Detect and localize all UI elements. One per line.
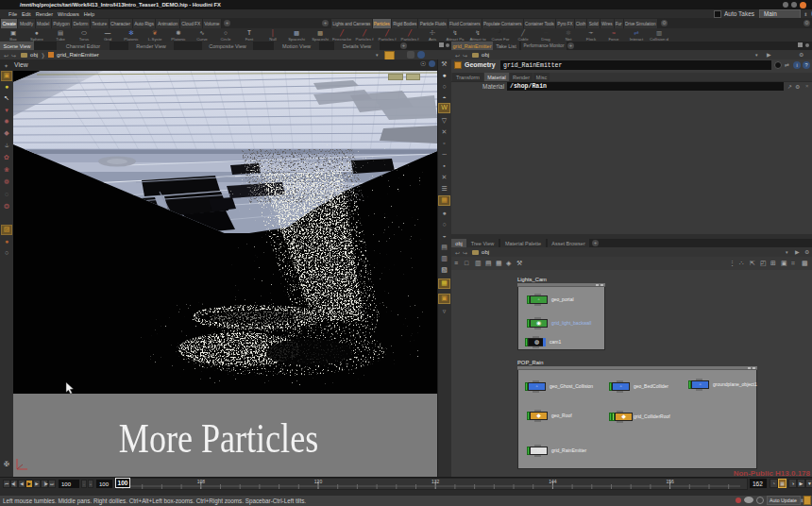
- svg-text:144: 144: [549, 479, 557, 484]
- svg-text:120: 120: [314, 479, 323, 484]
- svg-text:108: 108: [197, 479, 206, 484]
- svg-text:132: 132: [431, 479, 440, 484]
- svg-text:156: 156: [666, 479, 674, 484]
